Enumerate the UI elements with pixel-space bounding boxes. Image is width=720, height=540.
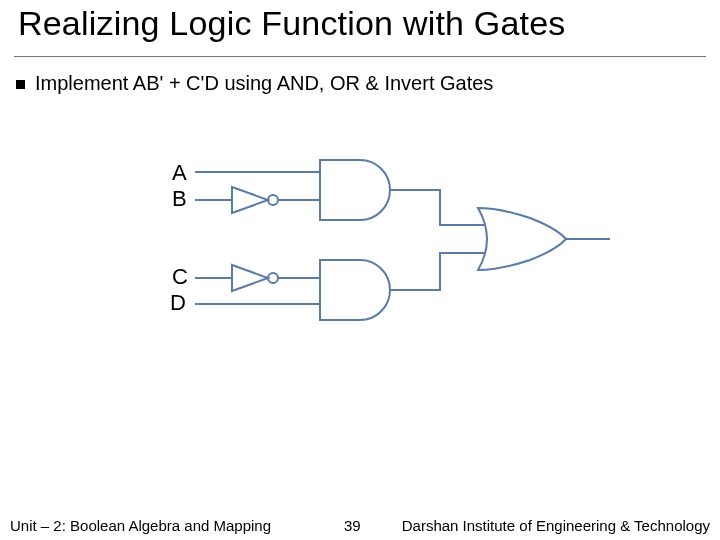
- not-gate-b: [232, 187, 278, 213]
- footer-page-number: 39: [344, 517, 361, 534]
- logic-diagram: [0, 0, 720, 540]
- footer-unit: Unit – 2: Boolean Algebra and Mapping: [10, 517, 271, 534]
- and-gate-1: [320, 160, 390, 220]
- wire-and1-out: [390, 190, 484, 225]
- footer-institute: Darshan Institute of Engineering & Techn…: [402, 517, 710, 534]
- not-gate-c: [232, 265, 278, 291]
- wire-and2-out: [390, 253, 484, 290]
- and-gate-2: [320, 260, 390, 320]
- or-gate: [478, 208, 566, 270]
